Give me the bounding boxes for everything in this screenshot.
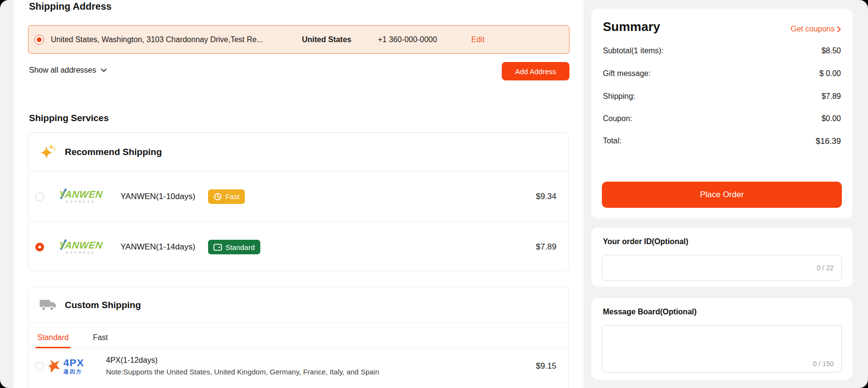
order-id-field-wrap: 0 / 22 [602,255,842,281]
clock-icon [213,192,222,201]
shipping-option-note: Note:Supports the United States, United … [106,368,379,376]
tab-fast[interactable]: Fast [91,327,110,348]
shipping-option-yanwen-standard[interactable]: YANWEN EXPRESS YANWEN(1-14days) Standard… [29,222,568,272]
summary-value: $8.50 [822,47,841,55]
order-id-label: Your order ID(Optional) [603,237,688,246]
summary-row-subtotal: Subtotal(1 items): $8.50 [603,47,841,55]
order-id-counter: 0 / 22 [817,264,834,272]
shipping-panel: Shipping Address United States, Washingt… [14,0,584,388]
summary-row-total: Total: $16.39 [603,137,841,146]
shipping-option-name: YANWEN(1-10days) [120,192,195,202]
4px-bird-icon [48,358,61,374]
show-all-addresses-label: Show all addresses [29,66,96,75]
yanwen-logo: YANWEN EXPRESS [50,240,112,254]
message-board-panel: Message Board(Optional) 0 / 150 [591,298,853,380]
address-country: United States [302,35,351,44]
4px-logo-text: 4PX [63,357,84,368]
get-coupons-link[interactable]: Get coupons [791,25,841,33]
show-all-addresses-toggle[interactable]: Show all addresses [29,66,107,75]
4px-logo-subtext: 递四方 [63,369,84,374]
custom-shipping-card: Custom Shipping Standard Fast 4PX 递四方 [28,287,569,388]
shipping-services-title: Shipping Services [29,113,109,124]
recommend-shipping-title: Recommend Shipping [65,147,162,157]
custom-shipping-header: Custom Shipping [29,287,568,323]
shipping-option-radio[interactable] [35,192,44,201]
yanwen-logo-subtext: EXPRESS [50,251,112,254]
tab-standard[interactable]: Standard [35,327,71,348]
standard-badge-label: Standard [225,243,255,251]
custom-shipping-title: Custom Shipping [65,300,141,310]
shipping-option-name: YANWEN(1-14days) [120,242,195,252]
checkout-page: Shipping Address United States, Washingt… [0,0,868,388]
summary-title: Summary [603,19,660,34]
shipping-option-yanwen-fast[interactable]: YANWEN EXPRESS YANWEN(1-10days) Fast $9.… [29,171,568,222]
summary-value: $0.00 [822,114,841,123]
shipping-option-price: $9.34 [536,192,556,202]
message-board-textarea[interactable] [602,326,841,372]
message-board-counter: 0 / 150 [813,360,834,368]
yanwen-logo-subtext: EXPRESS [50,200,112,203]
chevron-down-icon [101,68,107,72]
shipping-option-name: 4PX(1-12days) [106,356,379,365]
yanwen-logo-text: YANWEN [49,240,112,250]
message-board-label: Message Board(Optional) [603,308,697,316]
summary-label: Coupon: [603,114,632,123]
summary-row-gift-message: Gift message: $ 0.00 [603,69,841,78]
summary-row-shipping: Shipping: $7.89 [603,92,841,101]
shipping-address-title: Shipping Address [29,1,111,12]
recommend-shipping-card: Recommend Shipping YANWEN EXPRESS YANWEN… [28,132,569,271]
address-summary: United States, Washington, 3103 Chardonn… [51,35,263,44]
summary-label: Subtotal(1 items): [603,47,663,55]
summary-value: $16.39 [816,137,841,146]
truck-icon [39,298,57,311]
summary-label: Total: [603,137,621,146]
summary-value: $ 0.00 [820,69,841,78]
shipping-option-radio[interactable] [35,362,44,371]
get-coupons-label: Get coupons [791,25,835,33]
summary-label: Gift message: [603,69,651,78]
summary-label: Shipping: [603,92,635,101]
chevron-right-icon [837,26,841,32]
fast-badge-label: Fast [225,192,239,201]
message-board-field-wrap: 0 / 150 [602,325,842,372]
shipping-option-4px[interactable]: 4PX 递四方 4PX(1-12days) Note:Supports the … [29,348,568,384]
order-id-input[interactable] [602,255,841,280]
summary-value: $7.89 [822,92,841,101]
summary-panel: Summary Get coupons Subtotal(1 items): $… [591,9,853,218]
selected-address-row[interactable]: United States, Washington, 3103 Chardonn… [28,25,569,54]
shipping-option-price: $9.15 [536,361,556,371]
add-address-button[interactable]: Add Address [502,62,569,80]
standard-badge: Standard [208,240,260,254]
edit-address-link[interactable]: Edit [471,35,485,44]
custom-shipping-tabs: Standard Fast [29,323,568,348]
place-order-button[interactable]: Place Order [602,182,842,208]
shipping-option-radio-selected[interactable] [35,243,44,251]
summary-row-coupon: Coupon: $0.00 [603,114,841,123]
recommend-shipping-header: Recommend Shipping [29,133,568,171]
sparkle-icon [39,143,57,161]
wallet-icon [213,244,222,251]
shipping-option-price: $7.89 [536,242,556,252]
yanwen-logo-text: YANWEN [49,189,112,199]
yanwen-logo: YANWEN EXPRESS [50,189,112,203]
address-phone: +1 360-000-0000 [378,35,437,44]
fast-badge: Fast [208,189,245,204]
4px-logo: 4PX 递四方 [48,357,98,374]
address-radio-selected[interactable] [34,35,44,45]
order-id-panel: Your order ID(Optional) 0 / 22 [591,228,853,287]
